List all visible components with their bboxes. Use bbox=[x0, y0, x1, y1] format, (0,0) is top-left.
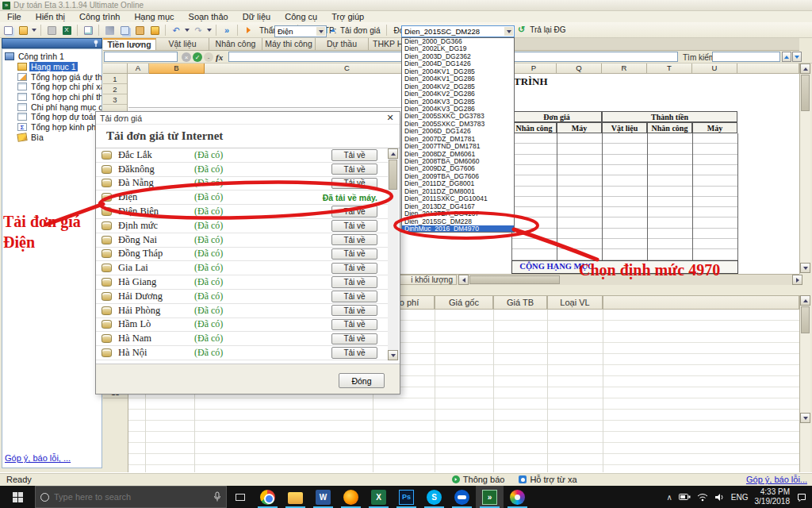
verify-flag-icon[interactable] bbox=[242, 25, 255, 37]
cut-icon[interactable] bbox=[103, 25, 116, 37]
pin-icon[interactable] bbox=[93, 40, 99, 48]
download-button[interactable]: Tải về bbox=[331, 333, 377, 345]
download-button[interactable]: Tải về bbox=[331, 347, 377, 359]
scroll-left-icon[interactable] bbox=[458, 275, 469, 285]
download-button[interactable]: Tải về bbox=[331, 276, 377, 288]
print-preview-icon[interactable] bbox=[82, 25, 94, 37]
taskbar-app[interactable]: W bbox=[309, 486, 337, 508]
close-dialog-button[interactable]: Đóng bbox=[339, 373, 385, 388]
save-icon[interactable] bbox=[45, 25, 58, 37]
province-combo[interactable]: Điện bbox=[274, 25, 327, 37]
unitprice-combo[interactable]: Dien_2015SC_DM228 bbox=[401, 25, 515, 37]
task-view-icon[interactable] bbox=[227, 486, 254, 508]
tree-item[interactable]: Tổng hợp chi phí xây dựng bbox=[5, 82, 102, 92]
options-entry-icon[interactable]: - bbox=[204, 52, 213, 62]
download-button[interactable]: Tải về bbox=[331, 234, 377, 246]
scroll-up-icon[interactable] bbox=[388, 148, 398, 159]
copy-icon[interactable] bbox=[118, 25, 131, 37]
lower-header-giagoc[interactable]: Giá gốc bbox=[435, 295, 493, 310]
scroll-down-icon[interactable] bbox=[388, 350, 398, 360]
search-next-icon[interactable] bbox=[792, 52, 802, 62]
chevron-down-icon[interactable] bbox=[316, 27, 325, 36]
sidebar-feedback-link[interactable]: Góp ý, báo lỗi, ... bbox=[5, 453, 71, 463]
taskbar-app[interactable]: X bbox=[365, 486, 393, 508]
paste-icon[interactable] bbox=[133, 25, 146, 37]
download-button[interactable]: Tải về bbox=[331, 291, 377, 302]
row-number[interactable]: 1 bbox=[103, 74, 127, 84]
download-button[interactable]: Tải về bbox=[331, 248, 377, 260]
menu-item[interactable]: Dữ liệu bbox=[236, 12, 278, 21]
tree-root-project[interactable]: Công trình 1 bbox=[5, 52, 102, 62]
column-header[interactable]: U bbox=[692, 64, 737, 74]
tree-item[interactable]: Tổng hợp kinh phí bbox=[5, 122, 102, 133]
download-button[interactable]: Tải về bbox=[331, 305, 377, 317]
column-header[interactable]: P bbox=[511, 64, 557, 74]
speaker-icon[interactable] bbox=[714, 493, 725, 502]
tree-item[interactable]: Bìa bbox=[5, 133, 102, 143]
tree-item[interactable]: Tổng hợp giá dự thầu bbox=[5, 71, 102, 82]
scroll-down-icon[interactable] bbox=[800, 263, 810, 273]
menu-item[interactable]: Hiển thị bbox=[29, 12, 72, 21]
download-button[interactable]: Tải về bbox=[331, 263, 377, 275]
row-number[interactable]: 3 bbox=[103, 94, 127, 105]
redo-icon[interactable]: ↷ bbox=[192, 25, 205, 37]
scroll-right-icon[interactable] bbox=[792, 275, 802, 285]
scroll-down-icon[interactable] bbox=[800, 413, 810, 423]
download-button[interactable]: Tải về bbox=[331, 206, 377, 217]
unitprice-option[interactable]: DinhMuc_2016_DM4970 bbox=[402, 225, 514, 233]
download-unitprice-button[interactable]: Tải đơn giá bbox=[338, 26, 382, 35]
start-button[interactable] bbox=[0, 486, 35, 508]
new-file-icon[interactable] bbox=[2, 25, 14, 37]
scroll-up-icon[interactable] bbox=[800, 295, 810, 306]
column-header[interactable]: Q bbox=[557, 64, 602, 74]
tree-item[interactable]: Chi phí hạng mục chung bbox=[5, 102, 102, 112]
taskbar-search-input[interactable] bbox=[54, 492, 209, 502]
remote-support-status[interactable]: Hỗ trợ từ xa bbox=[519, 475, 576, 484]
taskbar-search[interactable] bbox=[35, 486, 227, 508]
menu-item[interactable]: Công cụ bbox=[278, 12, 324, 21]
vscroll-thumb[interactable] bbox=[801, 306, 810, 333]
feedback-link[interactable]: Góp ý, báo lỗi... bbox=[746, 475, 812, 484]
column-header[interactable]: T bbox=[647, 64, 692, 74]
taskbar-app[interactable] bbox=[448, 486, 476, 508]
lower-vertical-scrollbar[interactable] bbox=[799, 295, 810, 472]
redo-dropdown-icon[interactable] bbox=[207, 29, 212, 32]
taskbar-app[interactable] bbox=[254, 486, 282, 508]
lower-header-loaivl[interactable]: Loại VL bbox=[547, 295, 603, 310]
menu-item[interactable]: Soạn thảo bbox=[182, 12, 236, 21]
battery-icon[interactable] bbox=[679, 493, 691, 501]
column-header[interactable]: R bbox=[602, 64, 647, 74]
row-number[interactable]: 2 bbox=[103, 84, 127, 94]
taskbar-app[interactable] bbox=[282, 486, 309, 508]
search-prev-icon[interactable] bbox=[782, 52, 791, 62]
hscroll-thumb[interactable] bbox=[469, 275, 560, 284]
taskbar-app[interactable]: » bbox=[476, 486, 504, 508]
download-button[interactable]: Tải về bbox=[331, 178, 377, 190]
format-brush-icon[interactable] bbox=[148, 25, 161, 37]
dialog-scroll-thumb[interactable] bbox=[389, 160, 397, 190]
sheet-tab[interactable]: Máy thi công bbox=[262, 38, 316, 50]
sheet-tab[interactable]: Vật liệu bbox=[156, 38, 209, 50]
taskbar-app[interactable]: Ps bbox=[393, 486, 420, 508]
sheet-tab[interactable]: Nhân công bbox=[209, 38, 262, 50]
download-button[interactable]: Tải về bbox=[331, 164, 377, 175]
select-all-corner[interactable] bbox=[103, 64, 128, 74]
open-dropdown-icon[interactable] bbox=[32, 29, 36, 32]
taskbar-app[interactable] bbox=[504, 486, 531, 508]
cancel-entry-icon[interactable]: × bbox=[182, 52, 191, 62]
wifi-icon[interactable] bbox=[697, 493, 708, 502]
dialog-scrollbar[interactable] bbox=[388, 148, 399, 360]
fast-forward-icon[interactable]: » bbox=[220, 25, 233, 37]
menu-item[interactable]: Công trình bbox=[72, 12, 127, 21]
lower-header-giatb[interactable]: Giá TB bbox=[493, 295, 547, 310]
undo-dropdown-icon[interactable] bbox=[185, 29, 190, 32]
confirm-entry-icon[interactable]: ✓ bbox=[193, 52, 202, 62]
cell-name-box[interactable] bbox=[104, 52, 178, 62]
scroll-up-icon[interactable] bbox=[800, 64, 810, 74]
close-icon[interactable]: ✕ bbox=[385, 113, 396, 123]
return-unitprice-button[interactable]: Trả lại ĐG bbox=[527, 25, 568, 34]
action-center-icon[interactable] bbox=[796, 492, 807, 502]
menu-item[interactable]: File bbox=[0, 12, 29, 21]
tree-item[interactable]: Tổng hợp chi phí thiết bị bbox=[5, 92, 102, 102]
taskbar-app[interactable]: S bbox=[420, 486, 448, 508]
